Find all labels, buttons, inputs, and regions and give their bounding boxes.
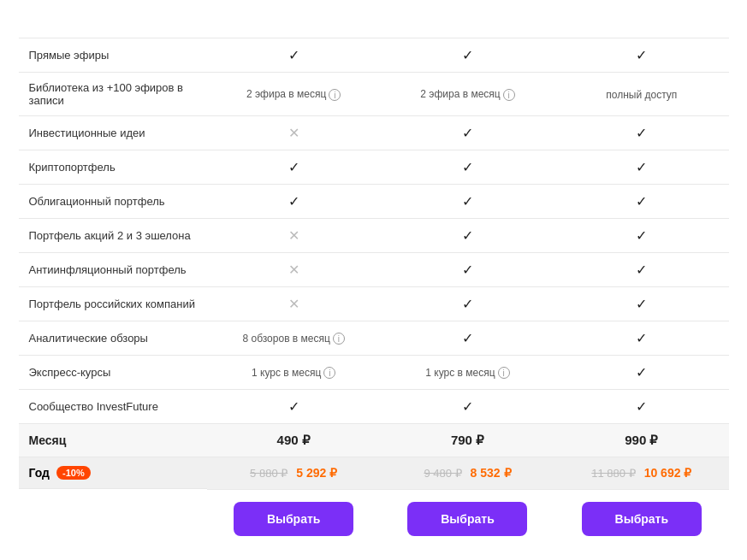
premium-cell: ✓ [554,219,728,253]
analytics-cell: ✓ [381,321,554,356]
check-icon: ✓ [636,399,647,414]
check-icon: ✓ [636,331,647,345]
check-icon: ✓ [636,194,647,209]
premium-cell: ✓ [554,390,728,424]
feature-row: Портфель акций 2 и 3 эшелона✕✓✓ [19,219,729,253]
check-icon: ✓ [636,297,647,311]
check-icon: ✓ [636,48,647,62]
check-icon: ✓ [288,194,299,209]
year-price-analytics: 9 480 ₽8 532 ₽ [381,457,554,490]
premium-cell: ✓ [554,253,728,287]
button-row: ВыбратьВыбратьВыбрать [19,489,729,548]
feature-name: Экспресс-курсы [19,356,207,390]
check-icon: ✓ [636,126,647,140]
start-cell: ✓ [207,150,381,185]
info-icon[interactable]: i [503,89,515,101]
analytics-cell: ✓ [381,287,554,321]
month-price-start: 490 ₽ [207,424,381,457]
cross-icon: ✕ [288,126,299,140]
month-row: Месяц490 ₽790 ₽990 ₽ [19,424,729,457]
feature-name: Аналитические обзоры [19,321,207,356]
info-icon[interactable]: i [329,89,341,101]
check-icon: ✓ [462,228,473,243]
analytics-cell: ✓ [381,38,554,73]
analytics-cell: 1 курс в месяцi [381,356,554,390]
check-icon: ✓ [462,297,473,311]
year-price-start: 5 880 ₽5 292 ₽ [207,457,381,490]
feature-name: Криптопортфель [19,150,207,185]
feature-row: Прямые эфиры✓✓✓ [19,38,729,73]
month-price-premium: 990 ₽ [554,424,728,457]
check-icon: ✓ [462,160,473,174]
check-icon: ✓ [462,331,473,345]
feature-name: Прямые эфиры [19,38,207,73]
select-button-premium[interactable]: Выбрать [582,502,702,536]
analytics-cell: ✓ [381,150,554,185]
analytics-cell: 2 эфира в месяцi [381,73,554,116]
select-button-analytics[interactable]: Выбрать [407,502,527,536]
premium-cell: ✓ [554,185,728,219]
col-start-header [207,17,381,38]
info-icon[interactable]: i [498,367,510,379]
check-icon: ✓ [636,262,647,277]
cross-icon: ✕ [288,297,299,311]
feature-row: Библиотека из +100 эфиров в записи2 эфир… [19,73,729,116]
analytics-cell: ✓ [381,219,554,253]
new-price: 5 292 ₽ [296,466,337,480]
start-cell: ✕ [207,116,381,150]
feature-row: Сообщество InvestFuture✓✓✓ [19,390,729,424]
start-cell: ✓ [207,185,381,219]
start-cell: ✓ [207,38,381,73]
year-row: Год-10%5 880 ₽5 292 ₽9 480 ₽8 532 ₽11 88… [19,457,729,490]
button-cell-start: Выбрать [207,489,381,548]
feature-name: Антиинфляционный портфель [19,253,207,287]
limited-text: 8 обзоров в месяц [242,333,329,345]
check-icon: ✓ [462,262,473,277]
feature-name: Портфель акций 2 и 3 эшелона [19,219,207,253]
start-cell: 2 эфира в месяцi [207,73,381,116]
limited-text: 2 эфира в месяц [420,88,500,100]
col-feature-header [19,17,207,38]
check-icon: ✓ [288,399,299,414]
new-price: 10 692 ₽ [644,466,692,480]
check-icon: ✓ [636,228,647,243]
feature-name: Портфель российских компаний [19,287,207,321]
button-cell-analytics: Выбрать [381,489,554,548]
select-button-start[interactable]: Выбрать [234,502,353,536]
feature-name: Облигационный портфель [19,185,207,219]
feature-row: Портфель российских компаний✕✓✓ [19,287,729,321]
cross-icon: ✕ [288,262,299,277]
limited-text: 2 эфира в месяц [246,88,326,100]
analytics-cell: ✓ [381,390,554,424]
limited-text: 1 курс в месяц [252,367,321,379]
feature-name: Инвестиционные идеи [19,116,207,150]
check-icon: ✓ [288,160,299,174]
info-icon[interactable]: i [333,333,345,345]
pricing-table: Прямые эфиры✓✓✓Библиотека из +100 эфиров… [19,17,729,548]
button-row-empty [19,489,207,548]
limited-text: 1 курс в месяц [425,367,495,379]
check-icon: ✓ [288,48,299,62]
check-icon: ✓ [636,365,647,380]
premium-cell: ✓ [554,287,728,321]
month-price-analytics: 790 ₽ [381,424,554,457]
year-text: Год [29,466,50,480]
start-cell: ✕ [207,219,381,253]
start-cell: 8 обзоров в месяцi [207,321,381,356]
col-analytics-header [381,17,554,38]
premium-cell: ✓ [554,150,728,185]
discount-badge: -10% [56,466,91,480]
feature-row: Экспресс-курсы1 курс в месяцi1 курс в ме… [19,356,729,390]
premium-cell: полный доступ [554,73,728,116]
premium-cell: ✓ [554,116,728,150]
limited-text: полный доступ [606,89,677,101]
analytics-cell: ✓ [381,253,554,287]
premium-cell: ✓ [554,38,728,73]
start-cell: ✕ [207,253,381,287]
premium-cell: ✓ [554,356,728,390]
check-icon: ✓ [636,160,647,174]
cross-icon: ✕ [288,228,299,243]
info-icon[interactable]: i [323,367,335,379]
feature-row: Инвестиционные идеи✕✓✓ [19,116,729,150]
check-icon: ✓ [462,48,473,62]
